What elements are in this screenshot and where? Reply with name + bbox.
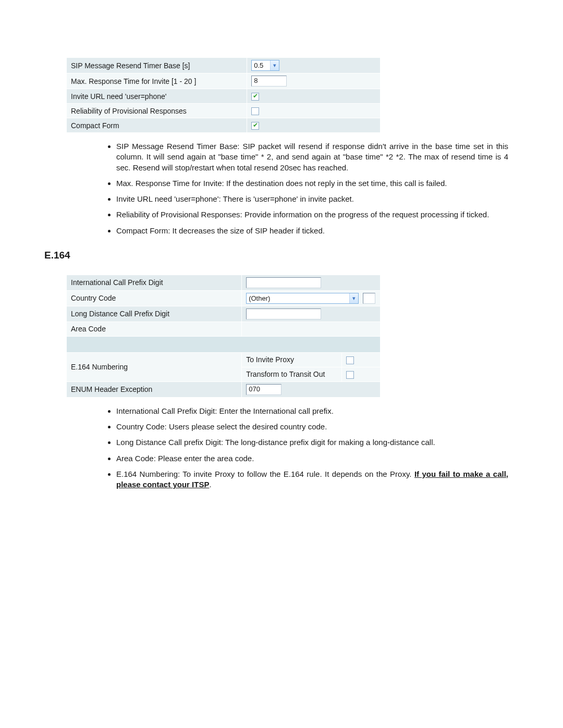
long-distance-prefix-input[interactable] <box>246 309 321 319</box>
list-item: Invite URL need 'user=phone': There is '… <box>116 194 519 204</box>
e164-numbering-label: E.164 Numbering <box>67 352 242 381</box>
table-row: Invite URL need 'user=phone' <box>67 89 381 104</box>
country-code-extra-input[interactable] <box>363 293 375 304</box>
table-row: SIP Message Resend Timer Base [s] 0.5 ▾ <box>67 58 381 73</box>
list-item: Max. Response Time for Invite: If the de… <box>116 178 519 189</box>
select-value: (Other) <box>249 294 270 302</box>
table-row: Country Code (Other) ▾ <box>67 290 381 306</box>
sip-resend-timer-label: SIP Message Resend Timer Base [s] <box>67 58 247 73</box>
to-invite-proxy-label: To Invite Proxy <box>242 352 342 367</box>
list-item: Reliability of Provisional Responses: Pr… <box>116 209 519 220</box>
table-row: Max. Response Time for Invite [1 - 20 ] … <box>67 73 381 89</box>
table-row: Long Distance Call Prefix Digit <box>67 306 381 322</box>
list-item: Area Code: Please enter the area code. <box>116 453 519 464</box>
enum-header-exception-input[interactable]: 070 <box>246 384 282 395</box>
long-distance-prefix-label: Long Distance Call Prefix Digit <box>67 306 242 322</box>
list-item: Long Distance Call prefix Digit: The lon… <box>116 437 519 448</box>
sip-resend-timer-select[interactable]: 0.5 ▾ <box>251 60 279 71</box>
list-item: E.164 Numbering: To invite Proxy to foll… <box>116 469 519 490</box>
compact-form-checkbox[interactable] <box>251 122 259 130</box>
compact-form-label: Compact Form <box>67 118 247 133</box>
list-item: Country Code: Users please select the de… <box>116 422 519 432</box>
transform-transit-out-label: Transform to Transit Out <box>242 367 342 381</box>
country-code-label: Country Code <box>67 290 242 306</box>
e164-description-list: International Call Prefix Digit: Enter t… <box>44 406 519 490</box>
sip-description-list: SIP Message Resend Timer Base: SIP packe… <box>44 141 519 236</box>
separator-row <box>67 336 381 352</box>
sip-settings-table: SIP Message Resend Timer Base [s] 0.5 ▾ … <box>66 57 381 133</box>
e164-numbering-desc-prefix: E.164 Numbering: To invite Proxy to foll… <box>116 470 414 478</box>
invite-url-user-phone-checkbox[interactable] <box>251 93 259 101</box>
reliability-provisional-label: Reliability of Provisional Responses <box>67 104 247 118</box>
e164-settings-table: International Call Prefix Digit Country … <box>66 275 381 398</box>
to-invite-proxy-checkbox[interactable] <box>346 356 354 364</box>
select-value: 0.5 <box>254 61 263 69</box>
table-row: International Call Prefix Digit <box>67 275 381 290</box>
max-response-time-input[interactable]: 8 <box>251 76 287 87</box>
reliability-provisional-checkbox[interactable] <box>251 107 259 115</box>
table-row: Compact Form <box>67 118 381 133</box>
max-response-time-label: Max. Response Time for Invite [1 - 20 ] <box>67 73 247 89</box>
list-item: Compact Form: It decreases the size of S… <box>116 226 519 236</box>
section-heading-e164: E.164 <box>44 250 519 261</box>
intl-call-prefix-input[interactable] <box>246 277 321 288</box>
transform-transit-out-checkbox[interactable] <box>346 371 354 379</box>
table-row: E.164 Numbering To Invite Proxy <box>67 352 381 367</box>
list-item: SIP Message Resend Timer Base: SIP packe… <box>116 141 519 173</box>
chevron-down-icon: ▾ <box>270 60 279 70</box>
intl-call-prefix-label: International Call Prefix Digit <box>67 275 242 290</box>
table-row: Area Code <box>67 322 381 336</box>
table-row: Reliability of Provisional Responses <box>67 104 381 118</box>
chevron-down-icon: ▾ <box>349 293 358 303</box>
area-code-label: Area Code <box>67 322 242 336</box>
enum-header-exception-label: ENUM Header Exception <box>67 381 242 397</box>
e164-numbering-desc-suffix: . <box>209 480 211 489</box>
table-row: ENUM Header Exception 070 <box>67 381 381 397</box>
invite-url-user-phone-label: Invite URL need 'user=phone' <box>67 89 247 104</box>
list-item: International Call Prefix Digit: Enter t… <box>116 406 519 416</box>
country-code-select[interactable]: (Other) ▾ <box>246 293 359 304</box>
